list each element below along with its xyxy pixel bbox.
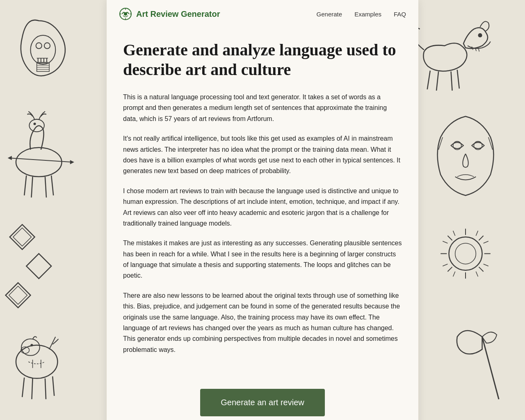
- svg-line-65: [482, 337, 499, 399]
- navbar: Art Review Generator Generate Examples F…: [107, 0, 418, 28]
- svg-line-55: [447, 267, 452, 272]
- svg-point-67: [124, 12, 127, 16]
- nav-link-examples[interactable]: Examples: [354, 11, 381, 18]
- svg-line-58: [476, 231, 478, 236]
- svg-point-29: [21, 339, 40, 356]
- page-content: Generate and analyze language used to de…: [107, 28, 418, 372]
- svg-line-63: [484, 241, 488, 243]
- hero-title: Generate and analyze language used to de…: [123, 40, 402, 80]
- svg-line-57: [453, 231, 455, 236]
- svg-line-42: [457, 70, 459, 89]
- svg-line-35: [52, 377, 54, 396]
- nav-title: Art Review Generator: [136, 9, 220, 19]
- paragraph-5: There are also new lessons to be learned…: [123, 290, 402, 355]
- left-deco-svg: [0, 4, 94, 420]
- svg-point-48: [455, 243, 476, 264]
- cta-section: Generate an art review: [107, 389, 418, 416]
- svg-line-19: [51, 176, 53, 196]
- left-decoration: [0, 0, 94, 420]
- nav-link-faq[interactable]: FAQ: [394, 11, 406, 18]
- svg-line-34: [45, 379, 46, 399]
- svg-line-16: [24, 176, 26, 196]
- svg-line-18: [45, 177, 46, 198]
- svg-line-41: [451, 71, 452, 91]
- svg-line-64: [484, 264, 488, 266]
- svg-line-53: [447, 236, 452, 240]
- svg-point-38: [478, 33, 482, 37]
- paragraph-4: The mistakes it makes are just as intere…: [123, 238, 402, 281]
- svg-marker-21: [70, 160, 74, 164]
- paragraph-3: I chose modern art reviews to train with…: [123, 186, 402, 229]
- svg-point-14: [29, 119, 44, 132]
- svg-line-33: [32, 379, 32, 399]
- right-deco-svg: [406, 4, 525, 420]
- svg-marker-22: [8, 156, 12, 160]
- nav-logo[interactable]: Art Review Generator: [119, 7, 220, 21]
- main-container: Art Review Generator Generate Examples F…: [107, 0, 418, 420]
- svg-point-2: [44, 43, 50, 48]
- nav-links: Generate Examples FAQ: [317, 11, 406, 18]
- svg-point-1: [36, 43, 42, 48]
- svg-line-32: [22, 378, 24, 397]
- right-decoration: [406, 0, 525, 420]
- paragraph-2: It's not really artifical intelligence, …: [123, 133, 402, 177]
- svg-line-61: [443, 241, 447, 243]
- svg-line-40: [436, 71, 438, 91]
- svg-line-17: [31, 177, 32, 198]
- svg-point-13: [16, 148, 62, 177]
- svg-marker-25: [26, 253, 51, 278]
- svg-point-0: [30, 35, 55, 64]
- svg-point-15: [34, 123, 36, 125]
- svg-line-54: [479, 236, 483, 240]
- svg-line-60: [476, 272, 478, 276]
- logo-icon: [119, 7, 132, 21]
- svg-point-47: [449, 237, 482, 270]
- svg-line-56: [479, 267, 483, 272]
- svg-line-62: [443, 264, 447, 266]
- svg-line-59: [453, 272, 455, 276]
- generate-button[interactable]: Generate an art review: [200, 389, 324, 416]
- nav-link-generate[interactable]: Generate: [317, 11, 342, 18]
- paragraph-1: This is a natural language processing to…: [123, 92, 402, 124]
- svg-line-20: [10, 158, 72, 162]
- svg-point-31: [30, 344, 33, 346]
- svg-line-39: [427, 71, 430, 89]
